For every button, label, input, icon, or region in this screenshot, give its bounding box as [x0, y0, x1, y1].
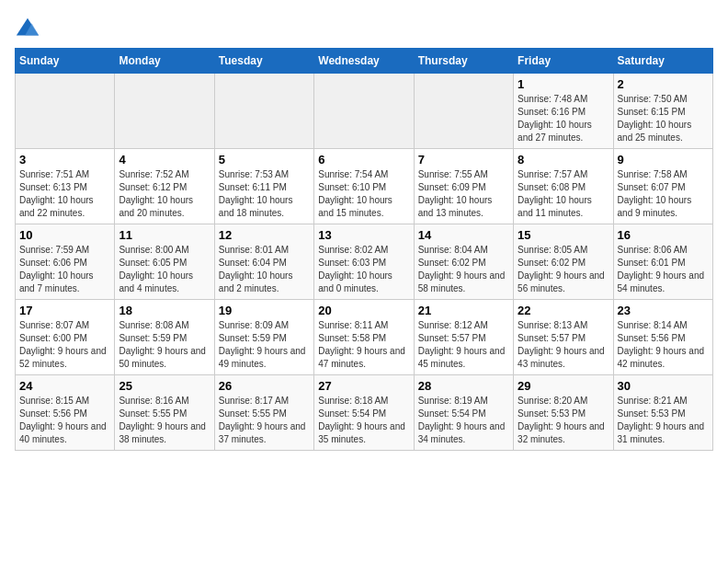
day-info: Sunrise: 7:58 AMSunset: 6:07 PMDaylight:…	[618, 168, 709, 220]
calendar-week-row: 10 Sunrise: 7:59 AMSunset: 6:06 PMDaylig…	[16, 224, 713, 300]
day-number: 20	[318, 304, 409, 317]
day-number: 26	[219, 379, 310, 393]
calendar-cell: 26 Sunrise: 8:17 AMSunset: 5:55 PMDaylig…	[214, 375, 313, 451]
day-number: 16	[618, 228, 709, 242]
calendar-week-row: 24 Sunrise: 8:15 AMSunset: 5:56 PMDaylig…	[16, 375, 713, 451]
weekday-header-sunday: Sunday	[16, 49, 115, 74]
day-info: Sunrise: 7:59 AMSunset: 6:06 PMDaylight:…	[19, 244, 110, 295]
day-number: 2	[618, 77, 709, 91]
day-number: 3	[19, 153, 110, 167]
day-info: Sunrise: 7:50 AMSunset: 6:15 PMDaylight:…	[618, 93, 709, 144]
day-number: 25	[119, 379, 210, 393]
calendar-cell: 11 Sunrise: 8:00 AMSunset: 6:05 PMDaylig…	[115, 224, 214, 300]
calendar-cell	[414, 74, 513, 149]
calendar-cell: 24 Sunrise: 8:15 AMSunset: 5:56 PMDaylig…	[16, 375, 115, 451]
day-number: 21	[418, 304, 509, 317]
weekday-header-wednesday: Wednesday	[314, 49, 414, 74]
day-info: Sunrise: 8:06 AMSunset: 6:01 PMDaylight:…	[618, 244, 709, 295]
calendar-cell: 16 Sunrise: 8:06 AMSunset: 6:01 PMDaylig…	[613, 224, 712, 300]
day-info: Sunrise: 8:20 AMSunset: 5:53 PMDaylight:…	[518, 395, 609, 446]
day-number: 8	[518, 153, 609, 167]
calendar-cell: 18 Sunrise: 8:08 AMSunset: 5:59 PMDaylig…	[115, 300, 214, 375]
calendar-cell	[214, 74, 313, 149]
calendar-cell: 21 Sunrise: 8:12 AMSunset: 5:57 PMDaylig…	[414, 300, 513, 375]
day-number: 7	[418, 153, 509, 167]
calendar-cell: 17 Sunrise: 8:07 AMSunset: 6:00 PMDaylig…	[16, 300, 115, 375]
day-info: Sunrise: 7:57 AMSunset: 6:08 PMDaylight:…	[518, 168, 609, 220]
day-number: 19	[219, 304, 310, 317]
day-info: Sunrise: 8:12 AMSunset: 5:57 PMDaylight:…	[418, 319, 509, 371]
calendar-table: SundayMondayTuesdayWednesdayThursdayFrid…	[15, 48, 713, 451]
calendar-cell: 4 Sunrise: 7:52 AMSunset: 6:12 PMDayligh…	[115, 149, 214, 224]
weekday-header-tuesday: Tuesday	[214, 49, 313, 74]
day-number: 30	[618, 379, 709, 393]
day-info: Sunrise: 8:18 AMSunset: 5:54 PMDaylight:…	[318, 395, 409, 446]
calendar-cell: 23 Sunrise: 8:14 AMSunset: 5:56 PMDaylig…	[613, 300, 712, 375]
day-number: 18	[119, 304, 210, 317]
day-number: 10	[19, 228, 110, 242]
day-number: 1	[518, 77, 609, 91]
weekday-header-row: SundayMondayTuesdayWednesdayThursdayFrid…	[16, 49, 713, 74]
calendar-cell: 8 Sunrise: 7:57 AMSunset: 6:08 PMDayligh…	[514, 149, 613, 224]
day-info: Sunrise: 8:19 AMSunset: 5:54 PMDaylight:…	[418, 395, 509, 446]
header	[15, 15, 713, 40]
calendar-cell: 20 Sunrise: 8:11 AMSunset: 5:58 PMDaylig…	[314, 300, 414, 375]
weekday-header-monday: Monday	[115, 49, 214, 74]
calendar-cell: 12 Sunrise: 8:01 AMSunset: 6:04 PMDaylig…	[214, 224, 313, 300]
calendar-cell: 5 Sunrise: 7:53 AMSunset: 6:11 PMDayligh…	[214, 149, 313, 224]
calendar-cell: 25 Sunrise: 8:16 AMSunset: 5:55 PMDaylig…	[115, 375, 214, 451]
weekday-header-thursday: Thursday	[414, 49, 513, 74]
day-info: Sunrise: 7:55 AMSunset: 6:09 PMDaylight:…	[418, 168, 509, 220]
weekday-header-friday: Friday	[514, 49, 613, 74]
logo-icon	[15, 15, 40, 40]
day-number: 13	[318, 228, 409, 242]
day-info: Sunrise: 7:53 AMSunset: 6:11 PMDaylight:…	[219, 168, 310, 220]
calendar-cell	[115, 74, 214, 149]
calendar-cell: 22 Sunrise: 8:13 AMSunset: 5:57 PMDaylig…	[514, 300, 613, 375]
logo	[15, 15, 44, 40]
day-info: Sunrise: 8:09 AMSunset: 5:59 PMDaylight:…	[219, 319, 310, 371]
calendar-cell: 30 Sunrise: 8:21 AMSunset: 5:53 PMDaylig…	[613, 375, 712, 451]
day-number: 27	[318, 379, 409, 393]
day-number: 29	[518, 379, 609, 393]
day-number: 14	[418, 228, 509, 242]
day-info: Sunrise: 8:00 AMSunset: 6:05 PMDaylight:…	[119, 244, 210, 295]
calendar-cell: 19 Sunrise: 8:09 AMSunset: 5:59 PMDaylig…	[214, 300, 313, 375]
calendar-cell: 2 Sunrise: 7:50 AMSunset: 6:15 PMDayligh…	[613, 74, 712, 149]
calendar-cell: 27 Sunrise: 8:18 AMSunset: 5:54 PMDaylig…	[314, 375, 414, 451]
day-info: Sunrise: 8:17 AMSunset: 5:55 PMDaylight:…	[219, 395, 310, 446]
calendar-week-row: 3 Sunrise: 7:51 AMSunset: 6:13 PMDayligh…	[16, 149, 713, 224]
day-info: Sunrise: 8:05 AMSunset: 6:02 PMDaylight:…	[518, 244, 609, 295]
day-number: 17	[19, 304, 110, 317]
day-info: Sunrise: 7:54 AMSunset: 6:10 PMDaylight:…	[318, 168, 409, 220]
day-info: Sunrise: 7:51 AMSunset: 6:13 PMDaylight:…	[19, 168, 110, 220]
calendar-cell	[314, 74, 414, 149]
day-number: 15	[518, 228, 609, 242]
calendar-cell: 28 Sunrise: 8:19 AMSunset: 5:54 PMDaylig…	[414, 375, 513, 451]
day-info: Sunrise: 8:11 AMSunset: 5:58 PMDaylight:…	[318, 319, 409, 371]
day-number: 24	[19, 379, 110, 393]
day-info: Sunrise: 8:16 AMSunset: 5:55 PMDaylight:…	[119, 395, 210, 446]
day-info: Sunrise: 8:15 AMSunset: 5:56 PMDaylight:…	[19, 395, 110, 446]
day-info: Sunrise: 7:48 AMSunset: 6:16 PMDaylight:…	[518, 93, 609, 144]
day-number: 6	[318, 153, 409, 167]
calendar-cell: 29 Sunrise: 8:20 AMSunset: 5:53 PMDaylig…	[514, 375, 613, 451]
weekday-header-saturday: Saturday	[613, 49, 712, 74]
day-number: 28	[418, 379, 509, 393]
day-info: Sunrise: 8:04 AMSunset: 6:02 PMDaylight:…	[418, 244, 509, 295]
calendar-cell: 7 Sunrise: 7:55 AMSunset: 6:09 PMDayligh…	[414, 149, 513, 224]
day-info: Sunrise: 8:01 AMSunset: 6:04 PMDaylight:…	[219, 244, 310, 295]
calendar-cell: 13 Sunrise: 8:02 AMSunset: 6:03 PMDaylig…	[314, 224, 414, 300]
day-number: 11	[119, 228, 210, 242]
calendar-cell: 9 Sunrise: 7:58 AMSunset: 6:07 PMDayligh…	[613, 149, 712, 224]
calendar-week-row: 1 Sunrise: 7:48 AMSunset: 6:16 PMDayligh…	[16, 74, 713, 149]
calendar-cell: 10 Sunrise: 7:59 AMSunset: 6:06 PMDaylig…	[16, 224, 115, 300]
day-number: 9	[618, 153, 709, 167]
day-info: Sunrise: 8:21 AMSunset: 5:53 PMDaylight:…	[618, 395, 709, 446]
day-number: 22	[518, 304, 609, 317]
day-number: 12	[219, 228, 310, 242]
day-info: Sunrise: 8:02 AMSunset: 6:03 PMDaylight:…	[318, 244, 409, 295]
day-number: 23	[618, 304, 709, 317]
day-info: Sunrise: 8:14 AMSunset: 5:56 PMDaylight:…	[618, 319, 709, 371]
calendar-cell: 15 Sunrise: 8:05 AMSunset: 6:02 PMDaylig…	[514, 224, 613, 300]
